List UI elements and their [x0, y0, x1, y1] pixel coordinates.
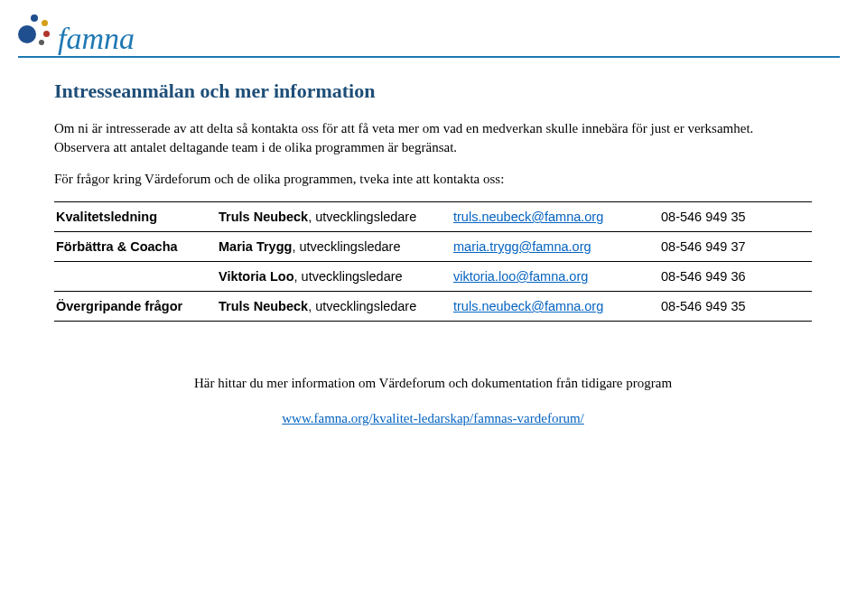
email-link[interactable]: viktoria.loo@famna.org: [453, 269, 588, 284]
email-link[interactable]: truls.neubeck@famna.org: [453, 210, 603, 224]
contact-table: Kvalitetsledning Truls Neubeck, utveckli…: [54, 201, 812, 322]
email-cell: truls.neubeck@famna.org: [452, 292, 659, 322]
logo: famna: [18, 9, 135, 56]
intro-paragraph-1: Om ni är intresserade av att delta så ko…: [54, 119, 812, 157]
email-cell: maria.trygg@famna.org: [452, 232, 659, 262]
logo-text: famna: [58, 22, 135, 56]
topic-cell: Kvalitetsledning: [54, 202, 217, 232]
email-link[interactable]: maria.trygg@famna.org: [453, 239, 591, 254]
phone-cell: 08-546 949 36: [659, 262, 812, 292]
name-cell: Truls Neubeck, utvecklingsledare: [217, 292, 452, 322]
footer: Här hittar du mer information om Värdefo…: [54, 376, 812, 426]
topic-cell: Övergripande frågor: [54, 292, 217, 322]
phone-cell: 08-546 949 37: [659, 232, 812, 262]
name-cell: Viktoria Loo, utvecklingsledare: [217, 262, 452, 292]
header-underline: [18, 56, 840, 58]
table-row: Viktoria Loo, utvecklingsledare viktoria…: [54, 262, 812, 292]
page-title: Intresseanmälan och mer information: [54, 79, 812, 103]
main-content: Intresseanmälan och mer information Om n…: [54, 79, 812, 426]
email-cell: truls.neubeck@famna.org: [452, 202, 659, 232]
logo-mark-icon: [18, 14, 54, 51]
table-row: Förbättra & Coacha Maria Trygg, utveckli…: [54, 232, 812, 262]
footer-text: Här hittar du mer information om Värdefo…: [54, 376, 812, 391]
topic-cell: [54, 262, 217, 292]
topic-cell: Förbättra & Coacha: [54, 232, 217, 262]
email-cell: viktoria.loo@famna.org: [452, 262, 659, 292]
phone-cell: 08-546 949 35: [659, 292, 812, 322]
intro-paragraph-2: För frågor kring Värdeforum och de olika…: [54, 170, 812, 189]
name-cell: Maria Trygg, utvecklingsledare: [217, 232, 452, 262]
table-row: Övergripande frågor Truls Neubeck, utvec…: [54, 292, 812, 322]
table-row: Kvalitetsledning Truls Neubeck, utveckli…: [54, 202, 812, 232]
phone-cell: 08-546 949 35: [659, 202, 812, 232]
name-cell: Truls Neubeck, utvecklingsledare: [217, 202, 452, 232]
footer-link[interactable]: www.famna.org/kvalitet-ledarskap/famnas-…: [282, 411, 583, 425]
email-link[interactable]: truls.neubeck@famna.org: [453, 299, 603, 313]
